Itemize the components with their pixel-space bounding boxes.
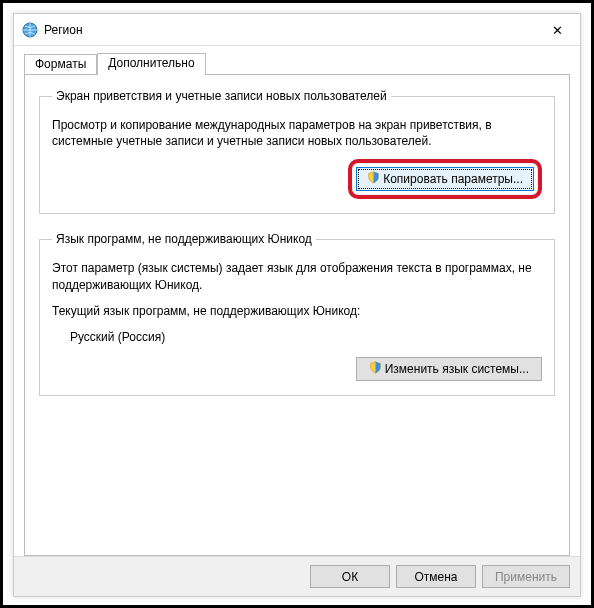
group-non-unicode-legend: Язык программ, не поддерживающих Юникод xyxy=(52,232,316,246)
tab-page-advanced: Экран приветствия и учетные записи новых… xyxy=(24,74,570,556)
change-system-locale-button[interactable]: Изменить язык системы... xyxy=(356,357,542,381)
tab-formats[interactable]: Форматы xyxy=(24,54,97,74)
group-welcome-legend: Экран приветствия и учетные записи новых… xyxy=(52,89,391,103)
copy-settings-label: Копировать параметры... xyxy=(383,172,523,186)
group-welcome-desc: Просмотр и копирование международных пар… xyxy=(52,117,542,149)
copy-settings-button[interactable]: Копировать параметры... xyxy=(356,167,534,191)
tab-advanced[interactable]: Дополнительно xyxy=(97,53,205,75)
content-area: Форматы Дополнительно Экран приветствия … xyxy=(14,46,580,556)
tabstrip: Форматы Дополнительно xyxy=(24,52,570,74)
shield-icon xyxy=(367,171,380,187)
group-non-unicode: Язык программ, не поддерживающих Юникод … xyxy=(39,232,555,396)
current-language-label: Текущий язык программ, не поддерживающих… xyxy=(52,303,542,319)
titlebar: Регион ✕ xyxy=(14,14,580,46)
close-button[interactable]: ✕ xyxy=(535,14,580,46)
shield-icon xyxy=(369,361,382,377)
dialog-footer: ОК Отмена Применить xyxy=(14,556,580,596)
apply-button[interactable]: Применить xyxy=(482,565,570,588)
ok-button[interactable]: ОК xyxy=(310,565,390,588)
cancel-button[interactable]: Отмена xyxy=(396,565,476,588)
window-title: Регион xyxy=(44,23,83,37)
group-welcome-screen: Экран приветствия и учетные записи новых… xyxy=(39,89,555,214)
current-language-value: Русский (Россия) xyxy=(70,329,542,345)
region-dialog: Регион ✕ Форматы Дополнительно Экран при… xyxy=(13,13,581,597)
globe-icon xyxy=(22,22,38,38)
group-non-unicode-desc: Этот параметр (язык системы) задает язык… xyxy=(52,260,542,292)
change-system-locale-label: Изменить язык системы... xyxy=(385,362,529,376)
highlight-annotation: Копировать параметры... xyxy=(348,159,542,199)
